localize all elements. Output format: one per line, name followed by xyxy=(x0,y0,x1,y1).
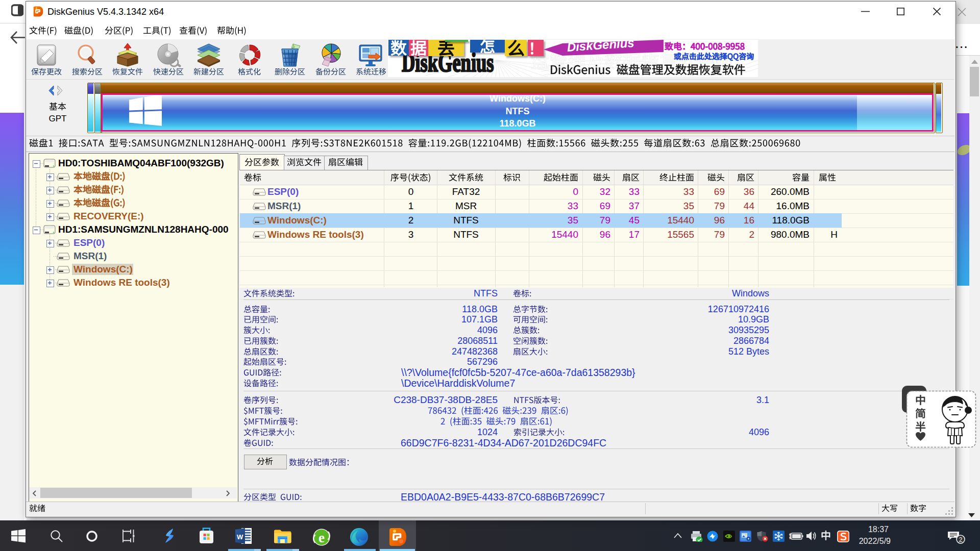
svg-text:W: W xyxy=(237,533,243,541)
svg-text:e: e xyxy=(318,530,325,545)
svg-text:2: 2 xyxy=(959,536,963,543)
